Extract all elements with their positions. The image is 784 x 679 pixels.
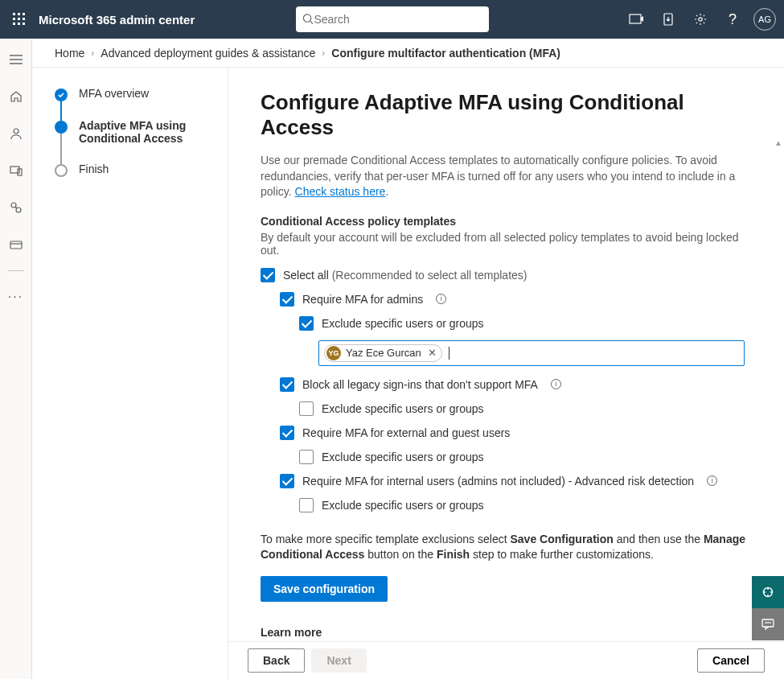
template-2-checkbox[interactable]: [280, 377, 294, 392]
template-3-checkbox[interactable]: [280, 426, 294, 440]
learn-more-title: Learn more: [261, 626, 752, 639]
step-adaptive[interactable]: Adaptive MFA using Conditional Access: [55, 119, 215, 163]
template-1-checkbox[interactable]: [280, 292, 294, 307]
template-2-label: Block all legacy sign-ins that don't sup…: [302, 378, 538, 391]
search-box[interactable]: [296, 6, 489, 32]
breadcrumb-home[interactable]: Home: [55, 47, 84, 60]
search-input[interactable]: [314, 13, 482, 26]
template-3-exclude-row: Exclude specific users or groups: [299, 450, 752, 464]
template-4-exclude-row: Exclude specific users or groups: [299, 498, 752, 512]
top-bar: Microsoft 365 admin center ? AG: [0, 0, 784, 39]
rail-separator: [8, 270, 24, 271]
next-button: Next: [311, 648, 366, 673]
breadcrumb-current: Configure multifactor authentication (MF…: [331, 47, 560, 60]
app-launcher-button[interactable]: [0, 0, 39, 39]
settings-icon[interactable]: [684, 0, 716, 39]
step-finish[interactable]: Finish: [55, 163, 215, 177]
template-3-exclude-checkbox[interactable]: [299, 450, 314, 464]
select-all-text: Select all: [283, 269, 332, 282]
picker-caret: [449, 347, 449, 360]
step-label: Finish: [79, 163, 109, 177]
show-more-icon[interactable]: ···: [0, 282, 32, 311]
chip-name: Yaz Ece Gurcan: [346, 347, 421, 359]
chevron-right-icon: ›: [322, 47, 325, 59]
svg-point-9: [303, 14, 310, 22]
brand-title: Microsoft 365 admin center: [39, 13, 195, 27]
person-chip: YG Yaz Ece Gurcan ✕: [324, 344, 442, 362]
account-button[interactable]: AG: [749, 0, 781, 39]
breadcrumb: Home › Advanced deployment guides & assi…: [32, 39, 784, 68]
svg-line-23: [15, 207, 17, 208]
cancel-button[interactable]: Cancel: [697, 648, 765, 673]
svg-rect-6: [13, 23, 15, 25]
template-4-exclude-label: Exclude specific users or groups: [322, 499, 484, 512]
select-all-row: Select all (Recommended to select all te…: [261, 268, 752, 282]
svg-rect-4: [18, 18, 20, 20]
content-area: Home › Advanced deployment guides & assi…: [32, 39, 784, 679]
page-title: Configure Adaptive MFA using Conditional…: [261, 90, 752, 140]
setup-icon[interactable]: [0, 193, 32, 222]
save-configuration-button[interactable]: Save configuration: [261, 576, 388, 602]
help-icon[interactable]: ?: [716, 0, 749, 39]
wizard-steps: MFA overview Adaptive MFA using Conditio…: [32, 68, 228, 679]
wizard-bottom-bar: Back Next Cancel: [228, 641, 784, 679]
svg-rect-1: [18, 13, 20, 15]
step-overview[interactable]: MFA overview: [55, 87, 215, 119]
devices-icon[interactable]: [0, 156, 32, 185]
billing-icon[interactable]: [0, 230, 32, 259]
intro-paragraph: Use our premade Conditional Access templ…: [261, 153, 752, 200]
chip-avatar: YG: [326, 346, 341, 360]
template-1-exclude-checkbox[interactable]: [299, 316, 314, 331]
avatar: AG: [753, 8, 776, 31]
template-1-exclude-label: Exclude specific users or groups: [322, 317, 484, 330]
template-1-exclude-row: Exclude specific users or groups: [299, 316, 752, 331]
step-indicator-active: [55, 121, 68, 134]
back-button[interactable]: Back: [248, 648, 305, 673]
para-a: To make more specific template exclusion…: [261, 533, 510, 545]
template-2-exclude-checkbox[interactable]: [299, 401, 314, 416]
svg-rect-24: [10, 241, 22, 249]
template-3-row: Require MFA for external and guest users: [280, 426, 752, 440]
nav-toggle-button[interactable]: [0, 45, 32, 74]
template-4-exclude-checkbox[interactable]: [299, 498, 314, 512]
select-all-checkbox[interactable]: [261, 268, 275, 282]
para-c: and then use the: [614, 533, 704, 545]
svg-rect-3: [13, 18, 15, 20]
users-icon[interactable]: [0, 119, 32, 148]
svg-line-10: [310, 21, 312, 23]
template-2-exclude-label: Exclude specific users or groups: [322, 402, 484, 415]
info-icon[interactable]: i: [707, 475, 717, 486]
help-pane-button[interactable]: [752, 576, 784, 608]
step-indicator-done: [55, 88, 68, 101]
template-4-label: Require MFA for internal users (admins n…: [302, 475, 694, 488]
select-all-hint: (Recommended to select all templates): [332, 269, 527, 282]
chip-remove-icon[interactable]: ✕: [428, 347, 437, 359]
scroll-arrow-icon: ▲: [774, 138, 782, 147]
main-panel: ▲ Configure Adaptive MFA using Condition…: [228, 68, 784, 679]
info-icon[interactable]: i: [551, 379, 561, 389]
section-subtext: By default your account will be excluded…: [261, 231, 752, 257]
svg-rect-7: [18, 23, 20, 25]
step-label: MFA overview: [79, 87, 149, 101]
svg-rect-11: [630, 14, 641, 23]
home-icon[interactable]: [0, 82, 32, 111]
check-status-link[interactable]: Check status here: [295, 185, 386, 198]
feedback-button[interactable]: [752, 608, 784, 640]
svg-rect-0: [13, 13, 15, 15]
search-wrap: [296, 6, 489, 32]
svg-point-14: [699, 18, 702, 21]
template-3-exclude-label: Exclude specific users or groups: [322, 451, 484, 463]
svg-rect-8: [23, 23, 25, 25]
breadcrumb-guides[interactable]: Advanced deployment guides & assistance: [101, 47, 315, 60]
info-icon[interactable]: i: [436, 294, 446, 304]
template-1-row: Require MFA for admins i: [280, 292, 752, 307]
svg-rect-2: [23, 13, 25, 15]
svg-rect-5: [23, 18, 25, 20]
para-b: Save Configuration: [510, 533, 613, 545]
share-to-teams-icon[interactable]: [620, 0, 652, 39]
people-picker[interactable]: YG Yaz Ece Gurcan ✕: [318, 340, 745, 366]
install-icon[interactable]: [652, 0, 684, 39]
template-4-checkbox[interactable]: [280, 474, 294, 488]
top-icons: ? AG: [620, 0, 781, 39]
select-all-label: Select all (Recommended to select all te…: [283, 269, 527, 282]
